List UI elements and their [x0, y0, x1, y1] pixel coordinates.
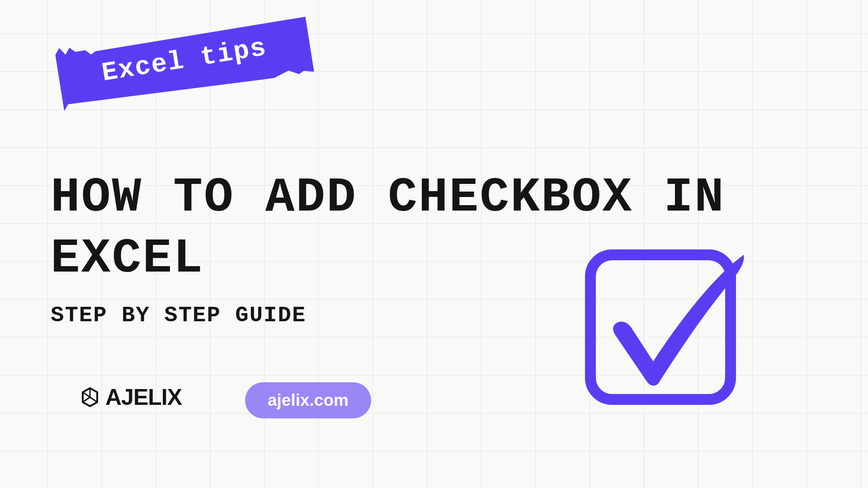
brand-name: AJELIX: [105, 384, 182, 410]
page-subtitle: STEP BY STEP GUIDE: [51, 303, 306, 328]
url-pill: ajelix.com: [245, 382, 371, 418]
brand-logo: AJELIX: [79, 384, 182, 410]
checkbox-check-icon: [583, 248, 750, 415]
hexagon-icon: [79, 386, 101, 408]
